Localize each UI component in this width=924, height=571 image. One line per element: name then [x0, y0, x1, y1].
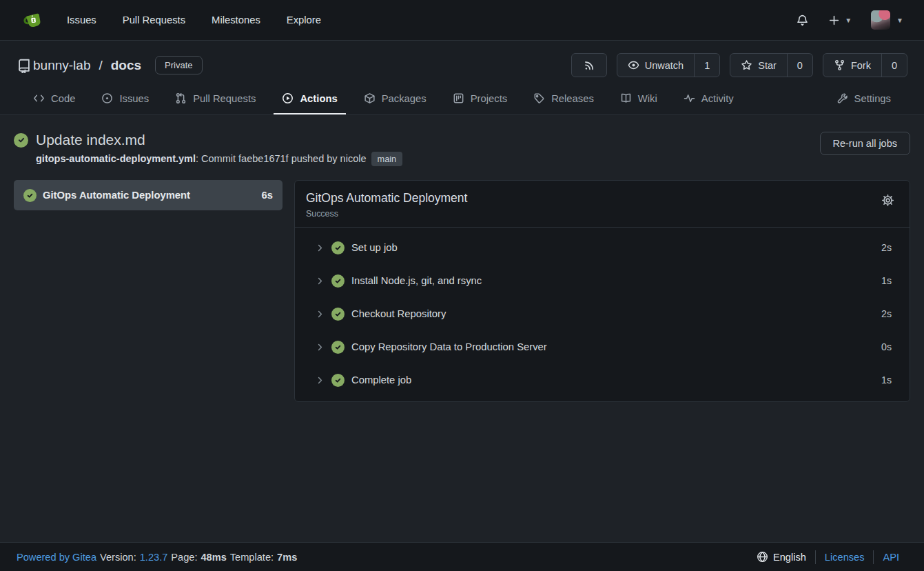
watch-button-group: Unwatch 1 [617, 53, 721, 77]
page-time: 48ms [201, 552, 226, 563]
stars-count[interactable]: 0 [787, 54, 812, 77]
nav-link-milestones[interactable]: Milestones [198, 14, 274, 26]
job-step-row[interactable]: Complete job1s [295, 363, 910, 397]
repository-icon [17, 58, 32, 73]
branch-badge[interactable]: main [371, 152, 403, 166]
star-button-group: Star 0 [730, 53, 813, 77]
commit-text: : Commit faebe1671f pushed by nicole [196, 153, 366, 164]
page-label: Page: [171, 552, 197, 563]
tab-settings[interactable]: Settings [828, 86, 899, 114]
pr-icon [175, 92, 187, 104]
api-link[interactable]: API [874, 552, 907, 563]
fork-button[interactable]: Fork [823, 54, 881, 77]
tab-label: Settings [854, 93, 891, 104]
repo-owner-link[interactable]: bunny-lab [33, 58, 90, 73]
chevron-right-icon[interactable] [316, 343, 325, 352]
tab-label: Pull Requests [193, 93, 256, 104]
unwatch-label: Unwatch [645, 60, 684, 71]
topnav-right: ▼ ▼ [789, 6, 910, 34]
tab-label: Wiki [638, 93, 657, 104]
tools-icon [836, 92, 848, 104]
book-icon [620, 92, 632, 104]
chevron-right-icon[interactable] [316, 277, 325, 286]
job-step-row[interactable]: Set up job2s [295, 231, 910, 264]
version-label: Version: [100, 552, 136, 563]
fork-button-group: Fork 0 [823, 53, 907, 77]
tag-icon [533, 92, 545, 104]
step-name: Checkout Repository [351, 308, 446, 319]
user-avatar [871, 10, 890, 30]
job-step-row[interactable]: Copy Repository Data to Production Serve… [295, 330, 910, 363]
star-button[interactable]: Star [730, 54, 787, 77]
star-icon [741, 59, 752, 71]
tab-issues[interactable]: Issues [93, 86, 157, 114]
job-step-row[interactable]: Install Node.js, git, and rsync1s [295, 264, 910, 297]
step-duration: 2s [881, 308, 892, 319]
topnav-links: IssuesPull RequestsMilestonesExplore [54, 0, 334, 41]
run-header: Update index.md gitops-automatic-deploym… [14, 132, 910, 164]
caret-down-icon: ▼ [845, 17, 852, 24]
chevron-right-icon[interactable] [316, 243, 325, 252]
rerun-all-jobs-button[interactable]: Re-run all jobs [820, 132, 911, 155]
tab-projects[interactable]: Projects [444, 86, 515, 114]
tab-actions[interactable]: Actions [274, 86, 345, 114]
run-title: Update index.md [36, 132, 145, 148]
tab-releases[interactable]: Releases [525, 86, 602, 114]
step-name: Copy Repository Data to Production Serve… [351, 341, 547, 352]
tab-label: Issues [119, 93, 149, 104]
tab-code[interactable]: Code [25, 86, 83, 114]
nav-link-pull-requests[interactable]: Pull Requests [110, 14, 198, 26]
project-icon [453, 92, 464, 104]
rss-button[interactable] [571, 53, 607, 77]
fork-icon [834, 59, 845, 71]
version-link[interactable]: 1.23.7 [140, 552, 168, 563]
forks-count[interactable]: 0 [881, 54, 907, 77]
nav-link-explore[interactable]: Explore [274, 14, 334, 26]
top-navbar: IssuesPull RequestsMilestonesExplore ▼ ▼ [0, 0, 924, 41]
job-steps-list: Set up job2sInstall Node.js, git, and rs… [295, 228, 910, 401]
job-list-item[interactable]: GitOps Automatic Deployment6s [14, 180, 283, 210]
actions-run-page: Update index.md gitops-automatic-deploym… [0, 115, 924, 542]
job-step-row[interactable]: Checkout Repository2s [295, 297, 910, 330]
tab-packages[interactable]: Packages [356, 86, 435, 114]
powered-by-gitea-link[interactable]: Powered by Gitea [17, 552, 96, 563]
rss-icon [584, 60, 595, 71]
gitea-logo-icon[interactable] [22, 9, 44, 31]
success-check-icon [23, 189, 37, 202]
caret-down-icon: ▼ [896, 17, 903, 24]
step-name: Install Node.js, git, and rsync [351, 275, 482, 286]
tab-activity[interactable]: Activity [675, 86, 742, 114]
user-menu[interactable]: ▼ [864, 6, 910, 34]
notifications-bell-icon[interactable] [789, 10, 816, 31]
success-check-icon [331, 341, 345, 354]
run-subtitle: gitops-automatic-deployment.yml: Commit … [36, 153, 402, 164]
job-detail-panel: GitOps Automatic Deployment Success Set … [294, 180, 910, 402]
fork-label: Fork [851, 60, 871, 71]
nav-link-issues[interactable]: Issues [54, 14, 110, 26]
step-duration: 2s [881, 242, 892, 253]
tab-label: Projects [471, 93, 507, 104]
chevron-right-icon[interactable] [316, 310, 325, 319]
repo-separator: / [99, 58, 102, 73]
tab-pull-requests[interactable]: Pull Requests [167, 86, 264, 114]
repo-actions: Unwatch 1 Star 0 [571, 53, 907, 77]
private-badge: Private [155, 56, 202, 74]
repo-name-link[interactable]: docs [111, 58, 141, 73]
step-duration: 1s [881, 374, 892, 385]
watchers-count[interactable]: 1 [694, 54, 719, 77]
chevron-right-icon[interactable] [316, 376, 325, 385]
language-selector[interactable]: English [757, 551, 815, 563]
unwatch-button[interactable]: Unwatch [617, 54, 694, 77]
job-sidebar: GitOps Automatic Deployment6s [14, 180, 283, 210]
licenses-link[interactable]: Licenses [816, 552, 874, 563]
step-name: Complete job [351, 374, 411, 385]
issue-icon [101, 92, 113, 104]
star-label: Star [758, 60, 777, 71]
template-time: 7ms [277, 552, 297, 563]
success-check-icon [331, 308, 345, 321]
tab-wiki[interactable]: Wiki [612, 86, 666, 114]
job-settings-gear-icon[interactable] [879, 191, 897, 210]
repo-tabs: CodeIssuesPull RequestsActionsPackagesPr… [17, 86, 907, 114]
create-new-button[interactable]: ▼ [821, 10, 859, 30]
job-status-text: Success [306, 209, 467, 219]
